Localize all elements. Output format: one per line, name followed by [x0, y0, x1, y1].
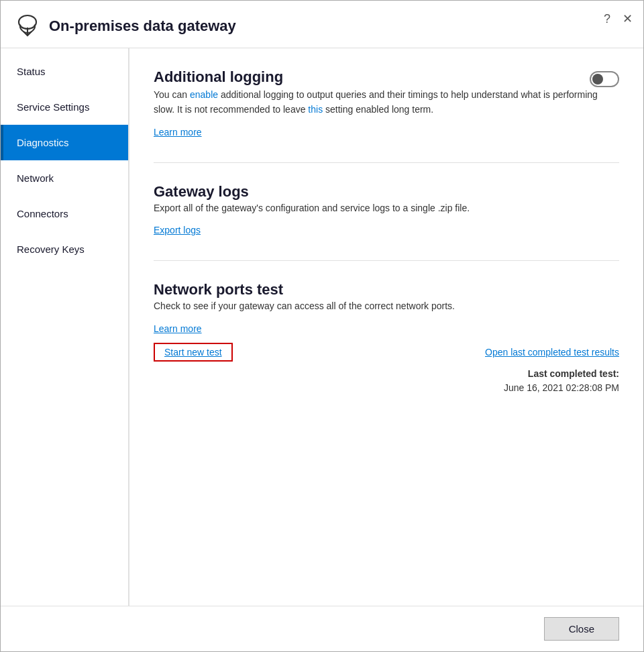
- sidebar-item-service-settings[interactable]: Service Settings: [1, 89, 128, 125]
- window-title: On-premises data gateway: [49, 17, 236, 35]
- network-ports-learn-more[interactable]: Learn more: [154, 323, 202, 334]
- network-ports-test-title: Network ports test: [154, 281, 283, 298]
- additional-logging-title-text: Additional logging: [154, 68, 590, 86]
- last-completed-label: Last completed test:: [528, 368, 619, 379]
- divider-1: [154, 162, 619, 163]
- enable-highlight: enable: [190, 89, 218, 100]
- additional-logging-toggle[interactable]: [590, 71, 619, 87]
- main-content-area: Additional logging You can enable additi…: [129, 48, 643, 606]
- sidebar-item-diagnostics[interactable]: Diagnostics: [1, 125, 128, 160]
- sidebar-item-recovery-keys[interactable]: Recovery Keys: [1, 231, 128, 267]
- sidebar-item-connectors[interactable]: Connectors: [1, 196, 128, 231]
- help-button[interactable]: ?: [604, 12, 610, 26]
- test-actions-row: Start new test Open last completed test …: [154, 343, 619, 362]
- divider-2: [154, 260, 619, 261]
- content-area: Status Service Settings Diagnostics Netw…: [1, 48, 643, 606]
- gateway-logs-desc: Export all of the gateway's configuratio…: [154, 201, 619, 215]
- toggle-thumb: [592, 74, 603, 85]
- additional-logging-section: Additional logging You can enable additi…: [154, 68, 619, 138]
- additional-logging-desc: You can enable additional logging to out…: [154, 87, 619, 117]
- last-completed-info: Last completed test: June 16, 2021 02:28…: [154, 367, 619, 395]
- last-completed-date: June 16, 2021 02:28:08 PM: [504, 382, 619, 393]
- close-button[interactable]: Close: [544, 617, 619, 641]
- svg-point-0: [19, 15, 36, 29]
- export-logs-link[interactable]: Export logs: [154, 225, 201, 235]
- window-controls: ? ✕: [604, 11, 633, 26]
- footer: Close: [1, 606, 643, 651]
- open-last-results-link[interactable]: Open last completed test results: [485, 347, 619, 358]
- sidebar-item-status[interactable]: Status: [1, 54, 128, 89]
- sidebar: Status Service Settings Diagnostics Netw…: [1, 48, 129, 606]
- gateway-logs-title: Gateway logs: [154, 183, 249, 200]
- toggle-track: [590, 71, 619, 87]
- app-icon: [14, 13, 41, 40]
- sidebar-item-network[interactable]: Network: [1, 160, 128, 196]
- main-window: On-premises data gateway ? ✕ Status Serv…: [0, 0, 644, 652]
- network-ports-test-desc: Check to see if your gateway can access …: [154, 298, 619, 313]
- title-bar: On-premises data gateway ? ✕: [1, 1, 643, 48]
- this-highlight: this: [308, 104, 323, 115]
- additional-logging-header: Additional logging: [154, 68, 619, 87]
- gateway-logs-section: Gateway logs Export all of the gateway's…: [154, 183, 619, 236]
- additional-logging-learn-more[interactable]: Learn more: [154, 127, 202, 138]
- close-window-button[interactable]: ✕: [623, 11, 633, 26]
- additional-logging-title: Additional logging: [154, 68, 283, 85]
- network-ports-test-section: Network ports test Check to see if your …: [154, 281, 619, 394]
- start-new-test-button[interactable]: Start new test: [154, 343, 233, 362]
